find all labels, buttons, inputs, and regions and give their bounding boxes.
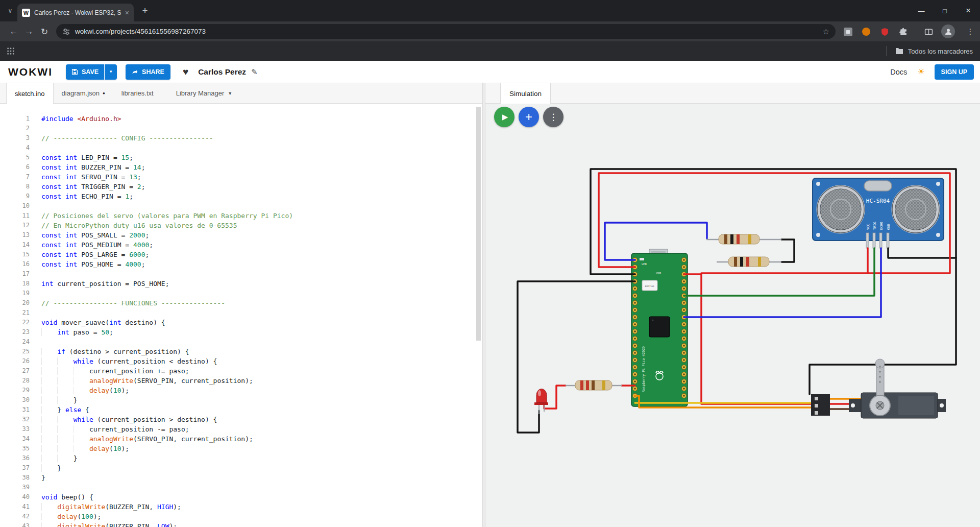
servo-connector [811, 394, 830, 416]
pico-led-label: LED [642, 262, 647, 266]
wire-led-gnd[interactable] [518, 281, 635, 433]
edit-title-pencil-icon[interactable]: ✎ [251, 67, 258, 77]
save-dropdown-caret[interactable]: ▼ [105, 64, 117, 80]
screen: ∨ W Carlos Perez - Wokwi ESP32, ST × + —… [0, 0, 980, 527]
editor-pane: sketch.inodiagram.json●libraries.txtLibr… [0, 83, 482, 527]
close-button[interactable]: × [957, 0, 980, 21]
extension-icon-2[interactable] [860, 25, 873, 38]
extension-icon-1[interactable] [841, 25, 854, 38]
reload-button[interactable]: ↻ [37, 24, 52, 39]
share-label: SHARE [142, 68, 164, 76]
code-lines: #include <Arduino.h>// ---------------- … [41, 114, 475, 527]
window-controls: — □ × [910, 0, 980, 21]
simulation-menu-button[interactable]: ⋮ [543, 107, 564, 127]
add-part-button[interactable]: + [519, 107, 539, 127]
profile-avatar[interactable] [941, 25, 955, 38]
tab-sketch-ino[interactable]: sketch.ino [6, 83, 54, 104]
browser-tab[interactable]: W Carlos Perez - Wokwi ESP32, ST × [17, 4, 134, 21]
apps-grid-icon[interactable] [5, 45, 16, 57]
project-title[interactable]: Carlos Perez [198, 67, 246, 77]
url-text[interactable]: wokwi.com/projects/456161556987267073 [75, 28, 206, 35]
line-numbers: 1234567891011121314151617181920212223242… [0, 114, 30, 527]
maximize-button[interactable]: □ [933, 0, 957, 21]
browser-toolbar: ← → ↻ wokwi.com/projects/456161556987267… [0, 21, 980, 41]
docs-link[interactable]: Docs [890, 68, 907, 76]
browser-tabstrip: ∨ W Carlos Perez - Wokwi ESP32, ST × + —… [0, 0, 980, 21]
play-button[interactable]: ▶ [494, 107, 514, 127]
tab-diagram-json[interactable]: diagram.json● [54, 83, 113, 103]
wire-echo[interactable] [684, 248, 881, 317]
split-view-icon[interactable] [922, 25, 935, 38]
all-bookmarks[interactable]: Todos los marcadores [886, 41, 973, 61]
workspace: sketch.inodiagram.json●libraries.txtLibr… [0, 83, 980, 527]
simulation-canvas[interactable]: HC-SR04 VCC TRIG ECHO GND [485, 104, 980, 527]
sensor-pin-label-trig: TRIG [873, 222, 877, 230]
extensions-puzzle-icon[interactable] [896, 25, 910, 38]
new-tab-button[interactable]: + [139, 5, 151, 17]
browser-menu-icon[interactable]: ⋮ [964, 25, 977, 38]
wokwi-favicon-icon: W [22, 9, 30, 17]
pico-usb-label: USB [656, 272, 662, 275]
theme-toggle-sun-icon[interactable]: ☀ [917, 66, 925, 77]
folder-icon [895, 47, 903, 55]
divider [886, 46, 887, 56]
bootsel-label: BOOTSEL [645, 285, 655, 288]
transducer-right [892, 186, 939, 233]
sensor-pin-label-vcc: VCC [866, 224, 870, 230]
forward-button[interactable]: → [21, 24, 37, 39]
browser-tab-title: Carlos Perez - Wokwi ESP32, ST [34, 9, 121, 16]
signup-button[interactable]: SIGN UP [935, 64, 974, 80]
extension-shield-icon[interactable] [878, 25, 891, 38]
like-heart-icon[interactable]: ♥ [183, 66, 188, 78]
pico-board-label: Raspberry Pi Pico ©2020 [642, 346, 646, 392]
resistor-2[interactable] [717, 257, 781, 267]
tab-search-icon[interactable]: ∨ [5, 6, 15, 16]
simulation-pane: Simulation [485, 83, 980, 527]
hc-sr04-sensor[interactable]: HC-SR04 VCC TRIG ECHO GND [813, 178, 944, 248]
tab-libraries-txt[interactable]: libraries.txt [113, 83, 162, 103]
onboard-led [640, 258, 644, 260]
address-bar[interactable]: wokwi.com/projects/456161556987267073 ☆ [56, 24, 836, 39]
crystal-oscillator [864, 181, 892, 191]
save-button[interactable]: SAVE ▼ [66, 64, 117, 80]
simulation-tabs: Simulation [485, 83, 980, 104]
sensor-label: HC-SR04 [866, 198, 890, 204]
transducer-left [817, 186, 864, 233]
servo-horn[interactable] [870, 359, 890, 416]
editor-scrollbar[interactable] [476, 107, 481, 341]
wire-led-anode[interactable] [544, 386, 566, 409]
circuit-diagram[interactable]: HC-SR04 VCC TRIG ECHO GND [485, 104, 980, 527]
sensor-pin-label-gnd: GND [887, 224, 891, 230]
site-info-icon[interactable] [62, 28, 70, 36]
wire-resistor-jumper[interactable] [781, 239, 794, 262]
simulation-controls: ▶ + ⋮ [494, 107, 564, 127]
file-tabs: sketch.inodiagram.json●libraries.txtLibr… [0, 83, 482, 104]
share-button[interactable]: SHARE [126, 64, 170, 80]
resistor-3[interactable] [566, 380, 622, 390]
bookmarks-bar: Todos los marcadores [0, 41, 980, 61]
wire-sensor-gnd[interactable] [888, 248, 956, 258]
back-button[interactable]: ← [6, 24, 21, 39]
resistor-1[interactable] [706, 234, 781, 244]
red-led[interactable] [534, 389, 548, 415]
tab-library-manager[interactable]: Library Manager▼ [168, 83, 241, 103]
sensor-pin-label-echo: ECHO [879, 222, 884, 230]
bookmark-star-icon[interactable]: ☆ [823, 27, 829, 36]
all-bookmarks-label: Todos los marcadores [908, 47, 973, 55]
minimize-button[interactable]: — [910, 0, 933, 21]
wokwi-header: WOKWI SAVE ▼ SHARE ♥ Carlos Perez ✎ Docs [0, 61, 980, 83]
save-icon [71, 68, 78, 75]
save-label: SAVE [82, 68, 99, 76]
share-icon [132, 68, 138, 75]
raspberry-pi-pico[interactable]: LED USB BOOTSEL Raspberry Pi Pico ©2020 [631, 249, 688, 406]
code-editor[interactable]: 1234567891011121314151617181920212223242… [0, 104, 482, 527]
wokwi-logo[interactable]: WOKWI [8, 66, 53, 78]
tab-simulation[interactable]: Simulation [500, 83, 551, 104]
tab-close-icon[interactable]: × [125, 9, 129, 16]
wire-trig-green[interactable] [684, 248, 874, 296]
